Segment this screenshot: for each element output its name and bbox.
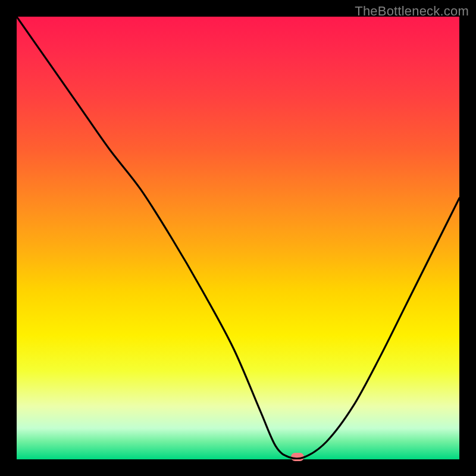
plot-area xyxy=(17,17,459,459)
bottleneck-curve xyxy=(17,17,459,459)
chart-frame: TheBottleneck.com xyxy=(0,0,476,476)
watermark-text: TheBottleneck.com xyxy=(355,4,469,19)
